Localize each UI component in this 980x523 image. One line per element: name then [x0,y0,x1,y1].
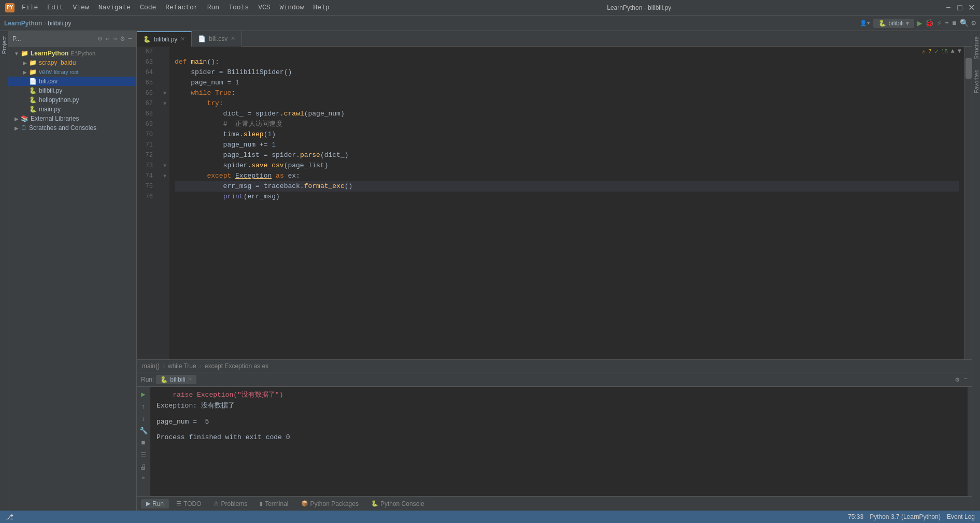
tree-item-bili-csv[interactable]: 📄 bili.csv [8,77,136,86]
run-tab-bilibili[interactable]: 🐍 bilibili ✕ [156,375,196,384]
close-button[interactable]: ✕ [968,4,975,11]
menu-window[interactable]: Window [276,3,308,12]
event-log[interactable]: Event Log [947,513,975,520]
panel-settings-icon[interactable]: ⚙ [120,34,124,43]
collapse-all-icon[interactable]: ⇐ [105,34,109,43]
breadcrumb-bar: main() › while True › except Exception a… [137,359,972,372]
bottom-tab-packages[interactable]: 📦 Python Packages [296,499,364,509]
ext-libs-arrow: ▶ [12,116,21,122]
gutter-71 [160,140,169,150]
bottom-tab-todo[interactable]: ☰ TODO [171,499,206,509]
menu-code[interactable]: Code [136,3,160,12]
coverage-button[interactable]: ☂ [945,19,949,27]
run-config-dropdown[interactable]: ▾ [906,20,909,27]
tab-bar: 🐍 bilibili.py ✕ 📄 bili.csv ✕ [137,31,972,47]
tree-item-main-py[interactable]: 🐍 main.py [8,105,136,114]
run-format-icon[interactable]: ☰ [140,451,147,459]
account-icon[interactable]: 👤▾ [860,20,870,26]
locate-icon[interactable]: ⊙ [98,34,102,43]
bottom-tab-terminal[interactable]: ▮ Terminal [254,499,293,509]
structure-tab[interactable]: Structure [973,36,979,60]
breadcrumb-while[interactable]: while True [168,362,196,370]
minimize-button[interactable]: − [945,4,952,11]
menu-edit[interactable]: Edit [43,3,67,12]
run-more-icon[interactable]: » [141,475,145,481]
ln-67: 67 [137,98,156,109]
menu-refactor[interactable]: Refactor [161,3,202,12]
todo-icon: ☰ [176,500,181,507]
bottom-tab-run-label: Run [152,500,164,507]
success-count: 18 [941,48,947,54]
menu-navigate[interactable]: Navigate [94,3,135,12]
bottom-tab-run[interactable]: ▶ Run [141,499,169,509]
bottom-tab-terminal-label: Terminal [265,500,288,507]
debug-button[interactable]: 🐞 [925,19,934,27]
bottom-tab-problems[interactable]: ⚠ Problems [208,499,252,509]
scroll-down-icon[interactable]: ▼ [958,48,961,55]
code-line-67: try: [175,98,959,109]
run-output-raise: raise Exception("没有数据了") [157,390,961,401]
scrollbar-thumb[interactable] [965,58,972,79]
run-play-icon[interactable]: ▶ [141,390,145,399]
menu-view[interactable]: View [68,3,93,12]
run-scroll-down-icon[interactable]: ↓ [141,415,146,423]
breadcrumb-main[interactable]: main() [142,362,160,370]
stop-button[interactable]: ■ [952,19,956,27]
run-config-selector[interactable]: 🐍 bilibili ▾ [873,19,914,28]
cursor-position[interactable]: 75:33 [848,513,863,520]
run-button[interactable]: ▶ [917,18,922,28]
scroll-up-icon[interactable]: ▲ [951,48,955,55]
tab-csv-close[interactable]: ✕ [231,35,235,42]
run-output-page-num: page_num = 5 [157,417,961,428]
bottom-tab-console[interactable]: 🐍 Python Console [366,499,430,509]
run-stop-icon[interactable]: ■ [141,439,146,447]
profile-button[interactable]: ⚡ [937,19,941,27]
project-sidebar-tab[interactable]: Project [1,36,7,54]
tree-item-bilibili-py[interactable]: 🐍 bilibili.py [8,86,136,95]
run-print-icon[interactable]: 🖨 [140,463,147,471]
tab-py-icon: 🐍 [143,36,151,43]
code-line-69: # 正常人访问速度 [175,119,959,129]
project-panel: P... ⊙ ⇐ ⇒ ⚙ − ▼ 📁 LearnPython E:\Python [8,31,137,511]
run-scroll-up-icon[interactable]: ↑ [141,403,146,411]
ext-libs-label: External Libraries [31,115,79,122]
menu-help[interactable]: Help [309,3,333,12]
tree-item-hellopython-py[interactable]: 🐍 hellopython.py [8,95,136,105]
project-name[interactable]: LearnPython [4,20,42,27]
favorites-tab[interactable]: Favorites [973,70,979,93]
hello-py-icon: 🐍 [29,96,37,104]
app-logo: PY [5,3,15,12]
breadcrumb-except[interactable]: except Exception as ex [205,362,268,370]
tree-item-venv[interactable]: ▶ 📁 venv library root [8,67,136,77]
menu-tools[interactable]: Tools [224,3,253,12]
menu-run[interactable]: Run [203,3,223,12]
bottom-tab-console-label: Python Console [380,500,424,507]
expand-all-icon[interactable]: ⇒ [113,34,117,43]
ln-63: 63 [137,57,156,67]
run-tab-close[interactable]: ✕ [188,376,192,383]
search-everywhere-button[interactable]: 🔍 [960,19,969,27]
tree-root-item[interactable]: ▼ 📁 LearnPython E:\Python [8,49,136,58]
menu-file[interactable]: File [18,3,42,12]
tab-bilibili-py[interactable]: 🐍 bilibili.py ✕ [137,31,192,47]
tab-bilibili-close[interactable]: ✕ [180,36,185,42]
window-title: LearnPython - bilibili.py [607,4,671,11]
close-panel-icon[interactable]: − [128,35,132,43]
git-icon[interactable]: ⎇ [5,513,13,521]
editor-area: 🐍 bilibili.py ✕ 📄 bili.csv ✕ 62 63 64 65… [137,31,972,511]
tab-bili-csv[interactable]: 📄 bili.csv ✕ [192,31,242,47]
tree-item-scrapy-baidu[interactable]: ▶ 📁 scrapy_baidu [8,58,136,67]
run-wrench-icon[interactable]: 🔧 [139,427,148,435]
right-sidebar: Structure Favorites [972,31,980,511]
tree-item-scratches[interactable]: ▶ 🗒 Scratches and Consoles [8,123,136,133]
editor-warnings: ⚠ 7 ✓ 18 ▲ ▼ [922,48,961,55]
code-content[interactable]: def main(): spider = BilibiliSpider() pa… [169,47,964,359]
settings-button[interactable]: ⚙ [972,19,976,27]
tree-item-ext-libs[interactable]: ▶ 📚 External Libraries [8,114,136,123]
python-interpreter[interactable]: Python 3.7 (LearnPython) [870,513,941,520]
maximize-button[interactable]: □ [956,4,963,11]
run-panel-minimize-icon[interactable]: − [963,375,968,383]
scratches-icon: 🗒 [21,124,27,132]
run-panel-settings-icon[interactable]: ⚙ [955,375,959,384]
menu-vcs[interactable]: VCS [254,3,274,12]
